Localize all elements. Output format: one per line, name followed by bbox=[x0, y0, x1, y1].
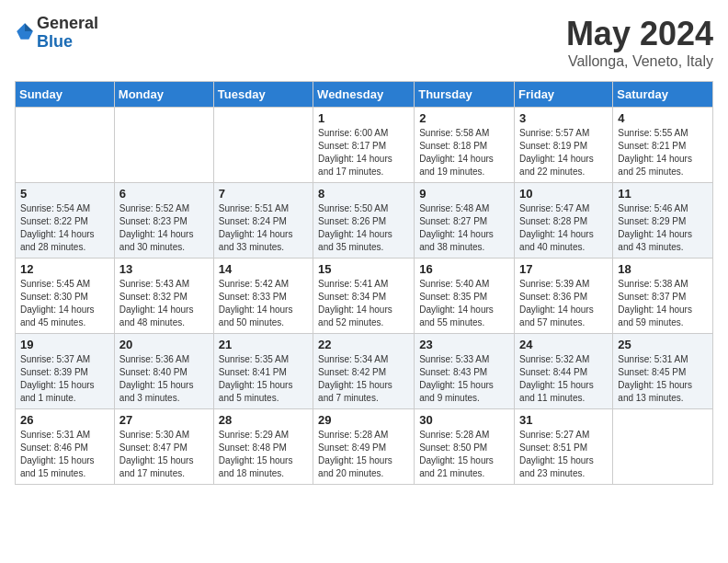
day-info: Sunrise: 5:45 AM Sunset: 8:30 PM Dayligh… bbox=[20, 278, 109, 329]
day-info: Sunrise: 5:35 AM Sunset: 8:41 PM Dayligh… bbox=[219, 353, 308, 405]
calendar-cell: 21Sunrise: 5:35 AM Sunset: 8:41 PM Dayli… bbox=[213, 334, 313, 409]
day-info: Sunrise: 5:50 AM Sunset: 8:26 PM Dayligh… bbox=[318, 202, 409, 254]
day-number: 17 bbox=[519, 262, 608, 276]
day-info: Sunrise: 5:30 AM Sunset: 8:47 PM Dayligh… bbox=[119, 429, 209, 480]
day-number: 4 bbox=[618, 111, 708, 125]
calendar-cell: 14Sunrise: 5:42 AM Sunset: 8:33 PM Dayli… bbox=[213, 259, 313, 334]
day-info: Sunrise: 5:43 AM Sunset: 8:32 PM Dayligh… bbox=[119, 278, 209, 329]
day-info: Sunrise: 5:54 AM Sunset: 8:22 PM Dayligh… bbox=[20, 202, 109, 254]
day-info: Sunrise: 5:33 AM Sunset: 8:43 PM Dayligh… bbox=[419, 353, 509, 405]
column-header-monday: Monday bbox=[114, 82, 213, 108]
column-header-thursday: Thursday bbox=[415, 82, 515, 108]
day-number: 28 bbox=[219, 413, 308, 427]
day-number: 19 bbox=[20, 338, 109, 351]
calendar-cell: 8Sunrise: 5:50 AM Sunset: 8:26 PM Daylig… bbox=[313, 183, 415, 259]
day-number: 22 bbox=[318, 338, 409, 351]
calendar-cell: 19Sunrise: 5:37 AM Sunset: 8:39 PM Dayli… bbox=[16, 334, 115, 409]
header-row: SundayMondayTuesdayWednesdayThursdayFrid… bbox=[16, 82, 713, 108]
day-info: Sunrise: 5:32 AM Sunset: 8:44 PM Dayligh… bbox=[519, 353, 608, 405]
month-title: May 2024 bbox=[566, 15, 713, 53]
day-number: 16 bbox=[419, 262, 509, 276]
calendar-cell: 6Sunrise: 5:52 AM Sunset: 8:23 PM Daylig… bbox=[114, 183, 213, 259]
day-info: Sunrise: 5:28 AM Sunset: 8:49 PM Dayligh… bbox=[318, 429, 409, 480]
calendar-cell: 18Sunrise: 5:38 AM Sunset: 8:37 PM Dayli… bbox=[613, 259, 713, 334]
week-row-1: 1Sunrise: 6:00 AM Sunset: 8:17 PM Daylig… bbox=[16, 108, 713, 183]
column-header-tuesday: Tuesday bbox=[213, 82, 313, 108]
day-info: Sunrise: 5:28 AM Sunset: 8:50 PM Dayligh… bbox=[419, 429, 509, 480]
day-number: 13 bbox=[119, 262, 209, 276]
calendar-cell: 29Sunrise: 5:28 AM Sunset: 8:49 PM Dayli… bbox=[313, 409, 415, 485]
column-header-friday: Friday bbox=[515, 82, 613, 108]
calendar-cell: 27Sunrise: 5:30 AM Sunset: 8:47 PM Dayli… bbox=[114, 409, 213, 485]
calendar-cell: 13Sunrise: 5:43 AM Sunset: 8:32 PM Dayli… bbox=[114, 259, 213, 334]
calendar-body: 1Sunrise: 6:00 AM Sunset: 8:17 PM Daylig… bbox=[16, 108, 713, 485]
calendar-cell: 24Sunrise: 5:32 AM Sunset: 8:44 PM Dayli… bbox=[515, 334, 613, 409]
day-number: 9 bbox=[419, 187, 509, 201]
day-number: 1 bbox=[318, 111, 409, 125]
day-info: Sunrise: 5:31 AM Sunset: 8:46 PM Dayligh… bbox=[20, 429, 109, 480]
calendar-cell: 28Sunrise: 5:29 AM Sunset: 8:48 PM Dayli… bbox=[213, 409, 313, 485]
calendar-cell: 9Sunrise: 5:48 AM Sunset: 8:27 PM Daylig… bbox=[415, 183, 515, 259]
calendar-cell bbox=[114, 108, 213, 183]
calendar-cell: 1Sunrise: 6:00 AM Sunset: 8:17 PM Daylig… bbox=[313, 108, 415, 183]
day-info: Sunrise: 5:38 AM Sunset: 8:37 PM Dayligh… bbox=[618, 278, 708, 329]
calendar-cell bbox=[213, 108, 313, 183]
day-number: 10 bbox=[519, 187, 608, 201]
day-info: Sunrise: 5:58 AM Sunset: 8:18 PM Dayligh… bbox=[419, 127, 509, 178]
calendar-cell: 2Sunrise: 5:58 AM Sunset: 8:18 PM Daylig… bbox=[415, 108, 515, 183]
calendar-cell: 22Sunrise: 5:34 AM Sunset: 8:42 PM Dayli… bbox=[313, 334, 415, 409]
logo-icon bbox=[15, 21, 35, 41]
calendar-cell bbox=[16, 108, 115, 183]
day-number: 30 bbox=[419, 413, 509, 427]
calendar-header: SundayMondayTuesdayWednesdayThursdayFrid… bbox=[16, 82, 713, 108]
calendar-cell: 7Sunrise: 5:51 AM Sunset: 8:24 PM Daylig… bbox=[213, 183, 313, 259]
logo: General Blue bbox=[15, 15, 98, 52]
day-info: Sunrise: 5:29 AM Sunset: 8:48 PM Dayligh… bbox=[219, 429, 308, 480]
calendar-cell: 12Sunrise: 5:45 AM Sunset: 8:30 PM Dayli… bbox=[16, 259, 115, 334]
day-number: 5 bbox=[20, 187, 109, 201]
calendar-cell: 30Sunrise: 5:28 AM Sunset: 8:50 PM Dayli… bbox=[415, 409, 515, 485]
week-row-5: 26Sunrise: 5:31 AM Sunset: 8:46 PM Dayli… bbox=[16, 409, 713, 485]
day-info: Sunrise: 5:48 AM Sunset: 8:27 PM Dayligh… bbox=[419, 202, 509, 254]
calendar-cell: 17Sunrise: 5:39 AM Sunset: 8:36 PM Dayli… bbox=[515, 259, 613, 334]
calendar-cell: 23Sunrise: 5:33 AM Sunset: 8:43 PM Dayli… bbox=[415, 334, 515, 409]
day-number: 25 bbox=[618, 338, 708, 351]
week-row-4: 19Sunrise: 5:37 AM Sunset: 8:39 PM Dayli… bbox=[16, 334, 713, 409]
location-text: Vallonga, Veneto, Italy bbox=[566, 53, 713, 70]
day-info: Sunrise: 5:57 AM Sunset: 8:19 PM Dayligh… bbox=[519, 127, 608, 178]
day-number: 12 bbox=[20, 262, 109, 276]
day-info: Sunrise: 5:36 AM Sunset: 8:40 PM Dayligh… bbox=[119, 353, 209, 405]
calendar-cell: 10Sunrise: 5:47 AM Sunset: 8:28 PM Dayli… bbox=[515, 183, 613, 259]
calendar-cell: 20Sunrise: 5:36 AM Sunset: 8:40 PM Dayli… bbox=[114, 334, 213, 409]
day-number: 6 bbox=[119, 187, 209, 201]
calendar-cell: 31Sunrise: 5:27 AM Sunset: 8:51 PM Dayli… bbox=[515, 409, 613, 485]
day-info: Sunrise: 5:51 AM Sunset: 8:24 PM Dayligh… bbox=[219, 202, 308, 254]
column-header-sunday: Sunday bbox=[16, 82, 115, 108]
column-header-saturday: Saturday bbox=[613, 82, 713, 108]
day-info: Sunrise: 5:31 AM Sunset: 8:45 PM Dayligh… bbox=[618, 353, 708, 405]
day-info: Sunrise: 5:37 AM Sunset: 8:39 PM Dayligh… bbox=[20, 353, 109, 405]
day-number: 8 bbox=[318, 187, 409, 201]
day-info: Sunrise: 5:52 AM Sunset: 8:23 PM Dayligh… bbox=[119, 202, 209, 254]
day-number: 18 bbox=[618, 262, 708, 276]
day-number: 26 bbox=[20, 413, 109, 427]
calendar-cell: 16Sunrise: 5:40 AM Sunset: 8:35 PM Dayli… bbox=[415, 259, 515, 334]
day-info: Sunrise: 5:42 AM Sunset: 8:33 PM Dayligh… bbox=[219, 278, 308, 329]
calendar-cell bbox=[613, 409, 713, 485]
day-number: 23 bbox=[419, 338, 509, 351]
day-number: 2 bbox=[419, 111, 509, 125]
day-info: Sunrise: 5:41 AM Sunset: 8:34 PM Dayligh… bbox=[318, 278, 409, 329]
day-number: 11 bbox=[618, 187, 708, 201]
calendar-cell: 3Sunrise: 5:57 AM Sunset: 8:19 PM Daylig… bbox=[515, 108, 613, 183]
calendar-cell: 26Sunrise: 5:31 AM Sunset: 8:46 PM Dayli… bbox=[16, 409, 115, 485]
title-block: May 2024 Vallonga, Veneto, Italy bbox=[566, 15, 713, 70]
calendar-cell: 5Sunrise: 5:54 AM Sunset: 8:22 PM Daylig… bbox=[16, 183, 115, 259]
day-number: 27 bbox=[119, 413, 209, 427]
day-number: 7 bbox=[219, 187, 308, 201]
svg-marker-1 bbox=[25, 23, 33, 31]
day-number: 21 bbox=[219, 338, 308, 351]
day-info: Sunrise: 5:39 AM Sunset: 8:36 PM Dayligh… bbox=[519, 278, 608, 329]
day-info: Sunrise: 5:55 AM Sunset: 8:21 PM Dayligh… bbox=[618, 127, 708, 178]
day-number: 24 bbox=[519, 338, 608, 351]
day-number: 31 bbox=[519, 413, 608, 427]
